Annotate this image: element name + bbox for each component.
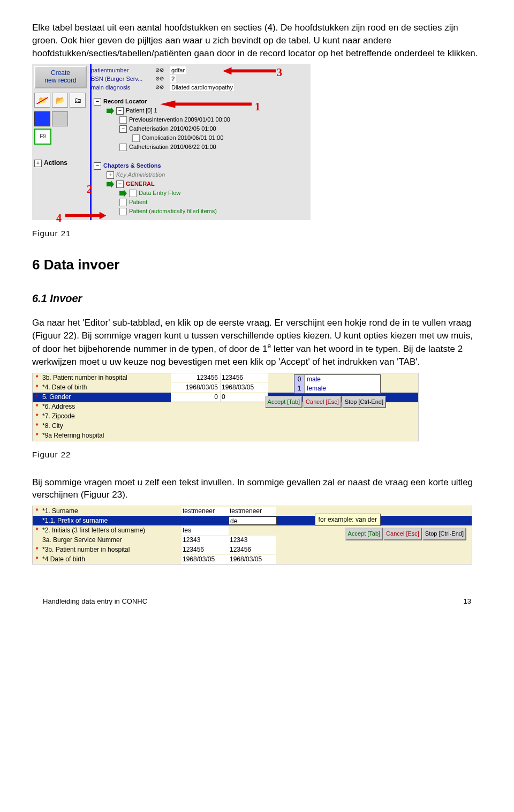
value-cell: 123456: [182, 545, 229, 554]
question-label: 3b. Patient number in hospital: [41, 373, 171, 382]
book-icon[interactable]: [34, 111, 50, 126]
required-mark: *: [33, 545, 41, 554]
field-value[interactable]: Dilated cardiomyopathy: [170, 84, 234, 91]
cancel-button[interactable]: Cancel [Esc]: [303, 396, 342, 408]
question-label: *8. City: [41, 422, 171, 431]
actions-toggle[interactable]: + Actions: [34, 159, 87, 168]
option-key: 1: [294, 384, 305, 393]
qc-icons: ⊘⊘: [155, 75, 170, 82]
tree-node[interactable]: − Patient [0] 1: [107, 106, 311, 115]
value-cell[interactable]: 12343: [229, 536, 276, 545]
actions-label: Actions: [44, 159, 67, 168]
minus-icon[interactable]: −: [94, 98, 101, 106]
option-value: male: [305, 375, 321, 384]
chapters-sections-node[interactable]: − Chapters & Sections: [94, 161, 311, 170]
figure-22: *3b. Patient number in hospital123456123…: [32, 373, 419, 441]
minus-icon[interactable]: −: [116, 107, 124, 115]
minus-icon[interactable]: −: [94, 162, 101, 170]
table-row[interactable]: *1.1. Prefix of surnamede: [33, 516, 472, 525]
box-icon: [119, 144, 127, 151]
tree-node[interactable]: − Catheterisation 2010/02/05 01:00: [119, 124, 311, 133]
qc-icons: ⊘⊘: [155, 84, 170, 91]
tree-node-chapter[interactable]: − GENERAL: [107, 179, 311, 189]
paragraph-2: Ga naar het 'Editor' sub-tabblad, en kli…: [32, 317, 482, 369]
folder-disabled-icon[interactable]: 📁: [34, 93, 50, 108]
option-value: female: [305, 384, 326, 393]
plus-icon[interactable]: +: [34, 160, 42, 167]
tooltip-hint: for example: van der: [315, 514, 381, 526]
figure-21: Create new record patientnumber ⊘⊘ gdfar…: [32, 64, 311, 220]
map-icon[interactable]: [52, 111, 68, 126]
tree-node-section[interactable]: Data Entry Flow: [119, 189, 311, 198]
option-key: 0: [294, 375, 305, 384]
page-number: 13: [464, 597, 471, 606]
tree-label: Chapters & Sections: [103, 162, 161, 170]
folder-icon[interactable]: 📂: [52, 93, 68, 108]
required-mark: *: [33, 402, 41, 411]
accept-button[interactable]: Accept [Tab]: [345, 528, 383, 540]
question-label: 5. Gender: [41, 393, 171, 402]
value-cell[interactable]: 1968/03/05: [229, 555, 276, 564]
heading-6-1: 6.1 Invoer: [32, 291, 482, 306]
value-cell: 1968/03/05: [182, 555, 229, 564]
table-row[interactable]: **9a Referring hospital: [33, 431, 418, 441]
value-cell[interactable]: 1968/03/05: [221, 383, 268, 392]
dropdown-option[interactable]: 0 male: [294, 375, 380, 384]
box-icon: [119, 208, 127, 215]
table-row[interactable]: **7. Zipcode: [33, 412, 418, 422]
top-field-row: BSN (Burger Serv... ⊘⊘ ?: [91, 74, 308, 83]
table-row[interactable]: **4 Date of birth1968/03/051968/03/05: [33, 554, 472, 564]
required-mark: *: [33, 526, 41, 535]
tree-label: Catheterisation 2010/06/22 01:00: [129, 143, 216, 151]
gender-dropdown[interactable]: 0 male 1 female: [294, 374, 381, 394]
create-new-record-button[interactable]: Create new record: [34, 66, 87, 88]
value-cell[interactable]: testmeneer: [229, 507, 276, 516]
field-value[interactable]: gdfar: [170, 66, 186, 74]
question-label: *6. Address: [41, 402, 171, 411]
accept-button[interactable]: Accept [Tab]: [265, 396, 303, 408]
value-cell: 12343: [182, 536, 229, 545]
table-row[interactable]: **8. City: [33, 422, 418, 431]
arrow-right-icon: [107, 107, 114, 115]
value-cell[interactable]: 123456: [221, 373, 268, 382]
minus-icon[interactable]: −: [119, 125, 127, 133]
question-label: *1.1. Prefix of surname: [41, 516, 182, 525]
tree-label: Key Administration: [116, 171, 165, 179]
plus-icon[interactable]: +: [107, 171, 114, 179]
page-footer: Handleiding data entry in CONHC 13: [32, 597, 482, 606]
value-cell[interactable]: 0: [221, 393, 268, 402]
required-mark: *: [33, 431, 41, 440]
tree-node-section[interactable]: Patient: [119, 198, 311, 207]
table-row[interactable]: **3b. Patient number in hospital12345612…: [33, 545, 472, 554]
stop-button[interactable]: Stop [Ctrl-End]: [422, 528, 466, 540]
question-label: *4 Date of birth: [41, 555, 182, 564]
question-label: *9a Referring hospital: [41, 431, 171, 440]
tree-label: GENERAL: [126, 180, 155, 188]
field-label: main diagnosis: [91, 84, 155, 92]
value-cell[interactable]: 123456: [229, 545, 276, 554]
field-value[interactable]: ?: [170, 75, 176, 82]
minus-icon[interactable]: −: [116, 181, 124, 188]
figure-22-caption: Figuur 22: [32, 449, 482, 460]
stop-button[interactable]: Stop [Ctrl-End]: [342, 396, 386, 408]
value-cell[interactable]: de: [229, 516, 277, 525]
top-field-row: main diagnosis ⊘⊘ Dilated cardiomyopathy: [91, 83, 308, 92]
folder-icon[interactable]: 🗂: [70, 93, 86, 108]
tree-node[interactable]: Complication 2010/06/01 01:00: [132, 133, 311, 142]
arrow-right-icon: [119, 190, 127, 197]
create-btn-line2: new record: [35, 77, 86, 85]
tree-node[interactable]: PreviousIntervention 2009/01/01 00:00: [119, 115, 311, 124]
annotation-2: 2: [87, 182, 92, 197]
f9-button[interactable]: F9: [34, 129, 51, 145]
table-row[interactable]: **1. Surnametestmeneertestmeneer: [33, 506, 472, 516]
top-field-row: patientnumber ⊘⊘ gdfar: [91, 66, 308, 74]
value-cell: testmeneer: [182, 507, 229, 516]
paragraph-1: Elke tabel bestaat uit een aantal hoofds…: [32, 21, 482, 59]
cancel-button[interactable]: Cancel [Esc]: [383, 528, 422, 540]
tree-node-section[interactable]: Patient (automatically filled items): [119, 207, 311, 216]
tree-node[interactable]: Catheterisation 2010/06/22 01:00: [119, 142, 311, 152]
tree-node[interactable]: + Key Administration: [107, 170, 311, 179]
question-label: *3b. Patient number in hospital: [41, 545, 182, 554]
dropdown-option[interactable]: 1 female: [294, 384, 380, 393]
tree-label: Patient (automatically filled items): [129, 207, 217, 215]
